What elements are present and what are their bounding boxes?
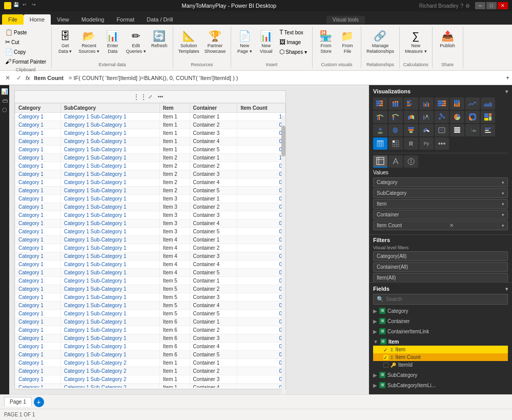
category-pill[interactable]: Category ▾: [373, 177, 508, 187]
field-group-subcategory-header[interactable]: ▶ ⊞ SubCategory: [373, 371, 508, 379]
itemcount-pill-remove[interactable]: ✕: [449, 223, 454, 228]
help-icon[interactable]: ?: [460, 3, 463, 9]
item-pill[interactable]: Item ▾: [373, 199, 508, 209]
new-page-button[interactable]: 📄 NewPage ▾: [234, 28, 255, 55]
multi-row-card-icon[interactable]: [450, 124, 464, 136]
get-data-button[interactable]: 🗄 GetData ▾: [55, 28, 75, 55]
edit-queries-button[interactable]: ✏ EditQueries ▾: [124, 28, 148, 55]
shapes-button[interactable]: ⬡ Shapes ▾: [277, 47, 309, 56]
enter-data-button[interactable]: 📊 EnterData: [103, 28, 123, 55]
treemap-icon[interactable]: [481, 111, 495, 123]
redo-icon[interactable]: ↪: [32, 2, 39, 9]
fields-search-input[interactable]: [386, 296, 504, 302]
tab-data-drill[interactable]: Data / Drill: [140, 14, 179, 25]
new-measure-button[interactable]: ∑ NewMeasure ▾: [403, 28, 429, 55]
stacked-bar-icon[interactable]: [373, 97, 387, 110]
add-page-button[interactable]: +: [34, 397, 44, 407]
itemcount-pill[interactable]: Item Count ✕ ▾: [373, 221, 508, 230]
tab-file[interactable]: File: [2, 14, 24, 25]
format-subtab[interactable]: [388, 155, 403, 168]
table-move-icon[interactable]: ⋮⋮: [136, 93, 144, 101]
r-visual-icon[interactable]: R: [404, 137, 418, 150]
filter-container[interactable]: Container(All): [373, 262, 508, 272]
field-group-containeritemlink-header[interactable]: ▶ ⊞ ContainerItemLink: [373, 327, 508, 335]
viz-collapse-icon[interactable]: ▾: [505, 89, 508, 94]
image-button[interactable]: 🖼 Image: [277, 37, 309, 47]
tab-view[interactable]: View: [51, 14, 75, 25]
tab-home[interactable]: Home: [24, 14, 51, 25]
filter-category[interactable]: Category(All): [373, 251, 508, 261]
funnel-icon[interactable]: [404, 124, 418, 136]
new-visual-button[interactable]: 📊 NewVisual: [256, 28, 276, 55]
field-item-item[interactable]: ✓ Σ Item: [373, 346, 508, 353]
pie-chart-icon[interactable]: [450, 111, 464, 123]
undo-icon[interactable]: ↩: [23, 2, 30, 9]
more-visuals-icon[interactable]: •••: [435, 137, 449, 150]
field-group-item-header[interactable]: ▼ ⊞ Item: [373, 337, 508, 346]
python-visual-icon[interactable]: Py: [419, 137, 434, 150]
slicer-icon[interactable]: [481, 124, 495, 136]
copy-button[interactable]: 📄 Copy: [3, 47, 48, 56]
field-group-container-header[interactable]: ▶ ⊞ Container: [373, 317, 508, 325]
scrollbar-thumb[interactable]: [281, 126, 285, 156]
field-group-category-header[interactable]: ▶ ⊞ Category: [373, 307, 508, 315]
field-group-subcategoryitemli-header[interactable]: ▶ ⊞ SubCategoryItemLi...: [373, 381, 508, 389]
line-stacked-icon[interactable]: [388, 111, 403, 123]
fields-collapse-icon[interactable]: ▾: [505, 286, 508, 292]
close-button[interactable]: ✕: [498, 2, 508, 9]
line-chart-icon[interactable]: [465, 97, 480, 110]
solution-templates-button[interactable]: 📐 SolutionTemplates: [176, 28, 201, 55]
publish-button[interactable]: 📤 Publish: [437, 28, 458, 50]
maximize-button[interactable]: □: [486, 2, 497, 9]
cut-button[interactable]: ✂ Cut: [3, 37, 48, 47]
report-view-icon[interactable]: 📊: [1, 87, 9, 95]
recent-sources-button[interactable]: 📂 RecentSources ▾: [76, 28, 101, 55]
map-icon[interactable]: [373, 124, 387, 136]
field-item-itemcount[interactable]: ✓ Σ Item Count: [373, 353, 508, 361]
formula-cancel-button[interactable]: ✕: [3, 73, 12, 83]
table-expand-icon[interactable]: ⤢: [146, 93, 154, 101]
table-viz-icon[interactable]: [373, 137, 387, 150]
from-store-button[interactable]: 🏪 FromStore: [316, 28, 336, 55]
donut-icon[interactable]: [465, 111, 480, 123]
page-tab-1[interactable]: Page 1: [4, 397, 32, 407]
clustered-col-icon[interactable]: [419, 97, 434, 110]
tab-format[interactable]: Format: [110, 14, 140, 25]
field-item-itemid[interactable]: 🔑 ItemId: [373, 361, 508, 369]
card-icon[interactable]: 42: [435, 124, 449, 136]
clustered-bar-icon[interactable]: [404, 97, 418, 110]
paste-button[interactable]: 📋 Paste: [3, 28, 48, 37]
table-more-icon[interactable]: •••: [156, 93, 165, 101]
tab-modeling[interactable]: Modeling: [75, 14, 111, 25]
from-file-button[interactable]: 📁 FromFile: [337, 28, 358, 55]
fields-subtab[interactable]: [373, 155, 387, 168]
gauge-icon[interactable]: [419, 124, 434, 136]
100pct-bar-icon[interactable]: [435, 97, 449, 110]
ribbon-chart-icon[interactable]: [404, 111, 418, 123]
formula-confirm-button[interactable]: ✓: [14, 73, 24, 83]
matrix-icon[interactable]: [388, 137, 403, 150]
kpi-icon[interactable]: ↑99: [465, 124, 480, 136]
data-view-icon[interactable]: 🗃: [1, 96, 9, 105]
partner-showcase-button[interactable]: 🏆 PartnerShowcase: [202, 28, 228, 55]
minimize-button[interactable]: ─: [475, 2, 485, 9]
scrollbar-track[interactable]: [281, 115, 285, 394]
formula-expand-button[interactable]: ▾: [506, 75, 509, 81]
container-pill[interactable]: Container ▾: [373, 210, 508, 219]
stacked-col-icon[interactable]: [388, 97, 403, 110]
area-chart-icon[interactable]: [481, 97, 495, 110]
table-scroll-area[interactable]: Category SubCategory Item Container Item…: [15, 103, 285, 388]
model-view-icon[interactable]: ⬡: [1, 106, 9, 114]
subcategory-pill[interactable]: SubCategory ▾: [373, 188, 508, 198]
filter-item[interactable]: Item(All): [373, 273, 508, 282]
refresh-button[interactable]: 🔄 Refresh: [149, 28, 170, 50]
scatter-icon[interactable]: [435, 111, 449, 123]
format-painter-button[interactable]: 🖌 Format Painter: [3, 57, 48, 66]
filled-map-icon[interactable]: [388, 124, 403, 136]
100pct-col-icon[interactable]: [450, 97, 464, 110]
waterfall-icon[interactable]: [419, 111, 434, 123]
analytics-subtab[interactable]: [404, 155, 418, 168]
manage-relationships-button[interactable]: 🔗 ManageRelationships: [364, 28, 396, 55]
textbox-button[interactable]: T Text box: [277, 28, 309, 37]
save-icon[interactable]: 💾: [13, 2, 21, 9]
